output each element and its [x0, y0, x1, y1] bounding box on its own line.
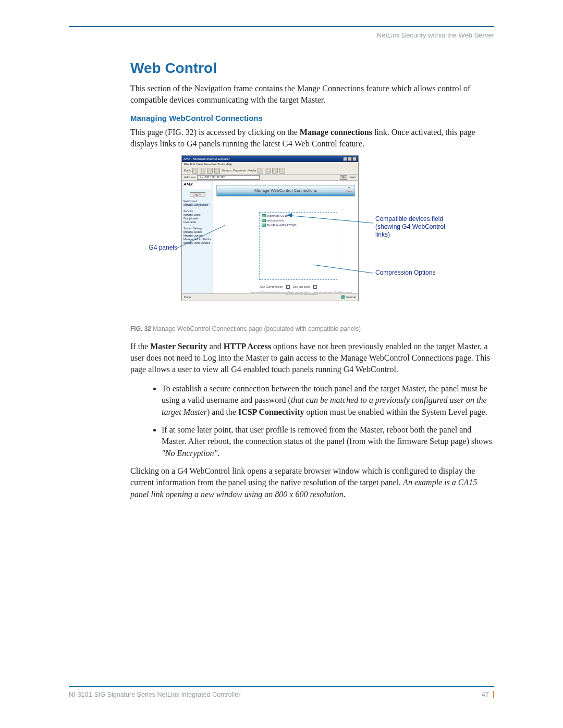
device-link: techpubs-mio [262, 219, 335, 222]
figure-caption: FIG. 32 Manage WebControl Connections pa… [130, 325, 494, 332]
nav-icon [192, 168, 198, 174]
sidebar-section-system: System Settings [183, 227, 211, 230]
sidebar-item: User Level [183, 220, 211, 224]
emphasis: "No Encryption" [162, 449, 217, 458]
close-icon [352, 157, 357, 161]
banner-title: Manage WebControl Connections [254, 188, 317, 193]
login-button: Log In [190, 192, 205, 196]
footer-title: NI-3101-SIG Signature Series NetLinx Int… [69, 691, 240, 698]
use-compression-label: Use Compression [260, 285, 283, 288]
maximize-icon [348, 157, 352, 161]
main-panel: Manage WebControl Connections ☕Java Tech… [213, 181, 358, 293]
mail-icon [265, 168, 271, 174]
media-label: Media [248, 169, 256, 172]
term-http-access: HTTP Access [224, 342, 271, 351]
back-label: Back [184, 169, 191, 172]
intro-paragraph: This section of the Navigation frame con… [130, 83, 494, 106]
amx-logo: AMX [183, 182, 211, 189]
address-bar: Address http://192.198.192.192 Go Links [182, 175, 358, 181]
text: . [217, 449, 219, 458]
edit-icon [279, 168, 285, 174]
sidebar-item: Manage NetLinx Devices [183, 238, 211, 241]
section-heading: Web Control [130, 60, 494, 77]
page-header: NetLinx Security within the Web Server [69, 31, 494, 39]
toolbar: Back Search Favorites Media [182, 167, 358, 175]
history-icon [258, 168, 263, 174]
figure-caption-text: Manage WebControl Connections page (popu… [151, 325, 361, 332]
callout-compression: Compression Options [375, 269, 459, 277]
figure-32: AMX - Microsoft Internet Explorer File E… [130, 155, 494, 322]
callout-devices-field: Compatible devices field (showing G4 Web… [375, 215, 459, 239]
go-button: Go [340, 175, 347, 180]
text: ) and the [207, 408, 238, 416]
subsection-intro: This page (FIG. 32) is accessed by click… [130, 127, 494, 150]
text: option must be enabled within the System… [304, 408, 487, 416]
callout-g4-panels: G4 panels [130, 244, 177, 252]
device-name: TechPubs-MIO-170WG [267, 224, 297, 227]
devices-field: TechPubs-CV10 techpubs-mio TechPubs-MIO-… [259, 212, 337, 280]
term-icsp-connectivity: ICSP Connectivity [238, 408, 304, 416]
minimize-icon [343, 157, 347, 161]
paragraph-security-note: If the Master Security and HTTP Access o… [130, 341, 494, 376]
window-title: AMX - Microsoft Internet Explorer [183, 157, 230, 161]
sidebar-item: Manage Other Devices [183, 241, 211, 244]
term-master-security: Master Security [150, 342, 207, 351]
panel-icon [262, 214, 266, 217]
sidebar-item: Manage Users [183, 213, 211, 216]
text: This page (FIG. 32) is accessed by click… [130, 128, 300, 137]
print-icon [272, 168, 278, 174]
home-icon [214, 168, 220, 174]
sidebar-item-manage-connections: Manage Connections [183, 203, 211, 206]
search-label: Search [222, 169, 231, 172]
list-item: To establish a secure connection between… [162, 383, 494, 418]
text: If at some later point, that user profil… [162, 425, 492, 446]
list-item: If at some later point, that user profil… [162, 424, 494, 459]
use-low-color-label: Use low color [293, 285, 310, 288]
refresh-icon [207, 168, 213, 174]
favorites-label: Favorites [233, 169, 246, 172]
paragraph-click-link: Clicking on a G4 WebControl link opens a… [130, 465, 494, 500]
status-left: Done [184, 295, 191, 299]
device-name: techpubs-mio [267, 219, 284, 222]
text: If the [130, 342, 150, 351]
page-body: AMX Log In WebControl Manage Connections… [182, 181, 358, 293]
address-label: Address [184, 176, 195, 179]
device-link: TechPubs-CV10 [262, 214, 335, 217]
status-zone: Internet [346, 295, 356, 299]
figure-number: FIG. 32 [130, 325, 151, 332]
checkbox-icon [286, 285, 290, 289]
menubar: File Edit View Favorites Tools Help [182, 162, 358, 167]
subsection-heading: Managing WebControl Connections [130, 114, 494, 122]
window-titlebar: AMX - Microsoft Internet Explorer [182, 156, 358, 162]
panel-icon [262, 224, 266, 227]
sidebar-item: Manage System [183, 230, 211, 233]
stop-icon [200, 168, 205, 174]
sidebar-section-security: Security [183, 209, 211, 213]
text: and [207, 342, 224, 351]
page-footer: NI-3101-SIG Signature Series NetLinx Int… [69, 686, 494, 698]
text: . [344, 490, 346, 499]
bullet-list: To establish a secure connection between… [162, 383, 494, 459]
manage-connections-term: Manage connections [300, 128, 372, 137]
compression-options: Use Compression Use low color [260, 285, 317, 289]
sidebar-item: Group Level [183, 217, 211, 220]
java-fineprint: Java and all Java-based trademarks and l… [250, 291, 354, 296]
window-buttons [343, 157, 357, 161]
java-label: Java [346, 190, 352, 193]
address-url: http://192.198.192.192 [197, 175, 260, 180]
checkbox-icon [313, 285, 317, 289]
sidebar: AMX Log In WebControl Manage Connections… [182, 181, 213, 293]
links-label: Links [349, 176, 356, 179]
java-logo: ☕Java [346, 187, 352, 193]
device-name: TechPubs-CV10 [267, 214, 288, 217]
page-number: 47 [482, 691, 494, 698]
panel-icon [262, 219, 266, 222]
sidebar-item: Manage License [183, 234, 211, 237]
sidebar-section-webcontrol: WebControl [183, 200, 211, 203]
device-link: TechPubs-MIO-170WG [262, 224, 335, 227]
page-banner: Manage WebControl Connections ☕Java [216, 185, 355, 196]
browser-window: AMX - Microsoft Internet Explorer File E… [181, 155, 359, 301]
